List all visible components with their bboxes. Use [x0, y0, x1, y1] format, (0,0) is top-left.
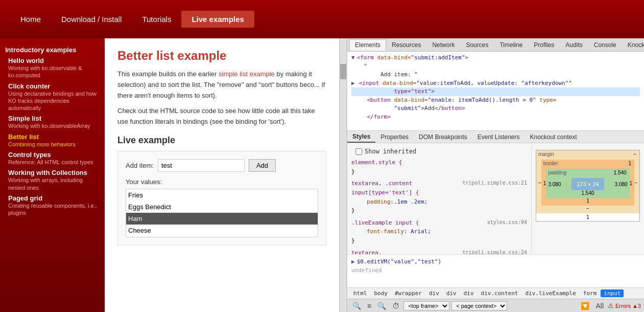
- devtools-tab-knockoutjs[interactable]: KnockoutJS: [622, 39, 644, 51]
- nav-home[interactable]: Home: [10, 11, 51, 28]
- context-select[interactable]: < page context>: [451, 301, 507, 310]
- show-inherited-label: Show inherited: [365, 147, 416, 157]
- sidebar-item-title-simple-list[interactable]: Simple list: [8, 115, 100, 122]
- sidebar-item-simple-list[interactable]: Simple list Working with ko.observableAr…: [0, 113, 105, 131]
- padding-box: padding 1.540 3.080 173 × 24 3.080 1.5: [546, 169, 629, 198]
- code-line-2: ": [351, 62, 640, 71]
- styles-tab-knockout-context[interactable]: Knockout context: [524, 132, 582, 142]
- search-button[interactable]: 🔍: [375, 301, 388, 311]
- show-inherited-checkbox[interactable]: [355, 148, 362, 155]
- list-item-selected[interactable]: Ham: [126, 213, 318, 225]
- devtools-tab-sources[interactable]: Sources: [460, 39, 494, 51]
- sidebar-item-title-working-collections[interactable]: Working with Collections: [8, 169, 100, 176]
- devtools-tab-console[interactable]: Console: [588, 39, 622, 51]
- code-line-5: type="text">: [351, 87, 640, 96]
- breadcrumb-div3[interactable]: div: [461, 289, 477, 297]
- style-rule-textarea: tripoli.simple.css:24 textarea,input[typ…: [351, 249, 527, 254]
- breadcrumb-bar: html body #wrapper div div div div.conte…: [347, 287, 644, 299]
- devtools-tab-timeline[interactable]: Timeline: [494, 39, 528, 51]
- code-arrow[interactable]: ▼: [351, 54, 355, 62]
- history-button[interactable]: ⏱: [390, 301, 401, 311]
- style-close: }: [351, 168, 355, 175]
- styles-tab-properties[interactable]: Properties: [375, 132, 414, 142]
- sidebar-item-title-paged-grid[interactable]: Paged grid: [8, 194, 100, 202]
- list-item[interactable]: Eggs Benedict: [126, 201, 318, 213]
- devtools-tab-audits[interactable]: Audits: [560, 39, 588, 51]
- content-paragraph1: This example builds on the earlier simpl…: [117, 69, 326, 101]
- breadcrumb-input[interactable]: input: [601, 289, 624, 297]
- breadcrumb-form[interactable]: form: [580, 289, 600, 297]
- breadcrumb-body[interactable]: body: [371, 289, 391, 297]
- inspect-button[interactable]: 🔍: [350, 301, 363, 311]
- show-inherited-row: Show inherited: [351, 145, 527, 158]
- sidebar-item-working-collections[interactable]: Working with Collections Working with ar…: [0, 167, 105, 193]
- nav-download[interactable]: Download / Install: [51, 11, 132, 28]
- sidebar-item-desc-better-list: Combining more behaviors: [8, 141, 100, 148]
- add-button[interactable]: Add: [249, 159, 276, 172]
- items-select[interactable]: Fries Eggs Benedict Ham Cheese: [126, 189, 318, 237]
- margin-bottom-val: −: [586, 206, 589, 211]
- sidebar-item-hello-world[interactable]: Hello world Working with ko.observable &…: [0, 55, 105, 81]
- nav-tutorials[interactable]: Tutorials: [132, 11, 181, 28]
- code-arrow: [351, 96, 365, 105]
- list-item[interactable]: Cheese: [126, 225, 318, 236]
- devtools-tab-resources[interactable]: Resources: [386, 39, 426, 51]
- style-source: styles.css:94: [487, 218, 527, 227]
- style-selector: element.style {: [351, 159, 402, 166]
- breadcrumb-div1[interactable]: div: [426, 289, 442, 297]
- padding-left-val: 3.080: [548, 182, 561, 187]
- live-example-box: Add item: Add Your values: Fries Eggs Be…: [117, 151, 326, 246]
- padding-bottom-val: 1.540: [581, 190, 594, 196]
- list-items[interactable]: Fries Eggs Benedict Ham Cheese: [126, 189, 318, 237]
- sidebar-item-control-types[interactable]: Control types Reference: All HTML contro…: [0, 149, 105, 167]
- simple-list-link[interactable]: simple list example: [219, 70, 275, 78]
- styles-tab-dom-breakpoints[interactable]: DOM Breakpoints: [414, 132, 472, 142]
- list-item[interactable]: Fries: [126, 189, 318, 201]
- error-count: ▲3: [632, 303, 641, 309]
- error-icon: ⚠: [608, 302, 614, 309]
- border-bottom-val: 1: [586, 198, 589, 204]
- breadcrumb-div-liveexample[interactable]: div.liveExample: [522, 289, 579, 297]
- add-item-input[interactable]: [158, 159, 245, 172]
- breadcrumb-div-content[interactable]: div.content: [478, 289, 521, 297]
- devtools-tab-network[interactable]: Network: [426, 39, 460, 51]
- code-line-1: ▼ <form data-bind="submit:addItem">: [351, 54, 640, 62]
- sidebar-item-title-click-counter[interactable]: Click counter: [8, 82, 100, 90]
- console-toggle[interactable]: ≡: [365, 301, 373, 311]
- border-label: border: [543, 161, 558, 166]
- frame-select[interactable]: <top frame>: [403, 301, 449, 310]
- sidebar-item-click-counter[interactable]: Click counter Using declarative bindings…: [0, 81, 105, 114]
- sidebar-item-title-control-types[interactable]: Control types: [8, 151, 100, 159]
- scroll-thumb[interactable]: [340, 64, 346, 79]
- style-prop: padding: [367, 198, 390, 205]
- code-content: "submit">: [394, 104, 424, 113]
- scroll-divider[interactable]: [340, 38, 347, 312]
- breadcrumb-div2[interactable]: div: [443, 289, 460, 297]
- breadcrumb-wrapper[interactable]: #wrapper: [392, 289, 425, 297]
- sidebar-item-title-hello-world[interactable]: Hello world: [8, 57, 100, 64]
- filter-icon[interactable]: 🔽: [579, 301, 591, 311]
- style-rule-content: tripoli.simple.css:21 textarea, .content…: [351, 179, 527, 215]
- devtools-tab-profiles[interactable]: Profiles: [528, 39, 560, 51]
- devtools-tab-elements[interactable]: Elements: [349, 39, 386, 51]
- code-line-3: Add item: ": [351, 71, 640, 79]
- box-bottom-val: 1: [536, 213, 639, 221]
- sidebar-item-desc-paged-grid: Creating reusable components, i.e., plug…: [8, 202, 100, 217]
- sidebar-item-better-list[interactable]: Better list Combining more behaviors: [0, 131, 105, 149]
- styles-tab-event-listeners[interactable]: Event Listeners: [472, 132, 525, 142]
- main-area: Introductory examples Hello world Workin…: [0, 38, 644, 312]
- sidebar-item-paged-grid[interactable]: Paged grid Creating reusable components,…: [0, 193, 105, 218]
- code-line-6: <button data-bind="enable: itemToAdd().l…: [351, 96, 640, 105]
- page-title: Better list example: [117, 49, 326, 63]
- sidebar: Introductory examples Hello world Workin…: [0, 38, 105, 312]
- border-sides-row: 1 padding 1.540 3.080 173 × 24 3.080: [543, 169, 632, 198]
- ko-expand-arrow[interactable]: ▶: [351, 258, 355, 266]
- code-arrow[interactable]: ▶: [351, 79, 355, 88]
- breadcrumb-html[interactable]: html: [350, 289, 370, 297]
- sidebar-item-title-better-list[interactable]: Better list: [8, 133, 100, 141]
- code-line-4: ▶ <input data-bind="value:itemToAdd, val…: [351, 79, 640, 88]
- styles-tab-styles[interactable]: Styles: [347, 131, 375, 143]
- all-label[interactable]: All: [593, 301, 606, 311]
- code-line-8: </form>: [351, 113, 640, 122]
- nav-live-examples[interactable]: Live examples: [181, 11, 254, 28]
